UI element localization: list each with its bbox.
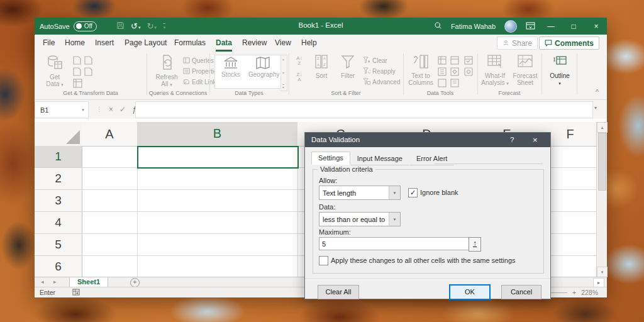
data-types-scrollbar[interactable]: ▴ ▾ ▾ [280,55,287,91]
dialog-tab-input-message[interactable]: Input Message [350,152,409,165]
titlebar-right: Fatima Wahab — □ × [434,18,603,35]
get-data-icon [38,54,71,72]
maximize-button[interactable]: □ [567,22,580,31]
ribbon-separator [477,53,478,95]
formula-bar: B1 ▾ ⋮ × ✓ ƒx ▾ [35,100,607,119]
svg-text:Z: Z [317,57,319,60]
tab-home[interactable]: Home [65,38,85,47]
collapse-dialog-ref-icon[interactable]: ↑ [469,237,481,252]
geography-button[interactable]: Geography [248,56,277,78]
dialog-close-icon[interactable]: × [533,135,538,145]
outline-button[interactable]: Outline ▾ [545,55,574,87]
macro-record-icon[interactable] [72,289,80,297]
allow-dropdown-icon[interactable]: ▾ [389,186,400,199]
tab-formulas[interactable]: Formulas [174,38,206,47]
collapse-ribbon-icon[interactable]: ^ [596,88,599,96]
stocks-button[interactable]: Stocks [216,56,245,78]
formula-input[interactable] [135,101,593,118]
user-avatar[interactable] [504,20,517,33]
refresh-dropdown-icon: ▾ [170,82,172,87]
refresh-all-button[interactable]: Refresh All ▾ [150,54,183,88]
what-if-icon [481,54,509,70]
row-header-4[interactable]: 4 [35,212,82,234]
tab-view[interactable]: View [275,38,291,47]
group-label-data-tools: Data Tools [403,90,477,96]
clear-all-button[interactable]: Clear All [318,285,359,299]
user-name[interactable]: Fatima Wahab [451,23,496,30]
tab-data[interactable]: Data [216,38,232,52]
next-sheet-icon[interactable]: ▸ [53,279,57,285]
apply-changes-checkbox[interactable] [319,256,328,265]
dialog-tab-settings[interactable]: Settings [311,152,350,165]
vertical-scroll-thumb[interactable] [598,133,606,191]
tab-insert[interactable]: Insert [95,38,114,47]
sort-filter-items: Clear Reapply Advanced [363,57,400,86]
scroll-up-icon[interactable]: ▴ [597,122,608,133]
tab-review[interactable]: Review [242,38,267,47]
outline-dropdown-icon: ▾ [558,81,561,86]
close-button[interactable]: × [589,22,603,31]
expand-formula-bar-icon[interactable]: ▾ [594,105,597,111]
tab-help[interactable]: Help [301,38,317,47]
cancel-button[interactable]: Cancel [501,285,541,299]
what-if-analysis-button[interactable]: What-If Analysis ▾ [481,54,509,87]
svg-text:Z: Z [323,63,326,67]
kebab-separator: ⋮ [96,106,103,113]
sort-descending-button[interactable]: Z↓A [294,72,305,82]
row-header-2[interactable]: 2 [35,168,82,190]
text-to-columns-button[interactable]: Text to Columns [406,54,435,86]
row-header-6[interactable]: 6 [35,256,82,277]
name-box[interactable]: B1 ▾ [35,101,89,118]
ignore-blank-label: Ignore blank [420,189,458,196]
new-sheet-button[interactable]: + [130,278,140,287]
column-header-a[interactable]: A [82,122,138,147]
dialog-help-icon[interactable]: ? [510,136,514,143]
maximum-input[interactable] [319,237,470,250]
ribbon-separator [209,53,210,95]
zoom-level[interactable]: 228% [581,289,598,296]
ribbon-separator [403,53,404,95]
name-box-dropdown-icon[interactable]: ▾ [78,108,88,113]
dialog-title-bar[interactable]: Data Validation ? × [305,133,550,147]
sort-button[interactable]: ZAAZ Sort [309,54,334,79]
advanced-filter-item[interactable]: Advanced [363,78,400,86]
zoom-in-icon[interactable]: + [572,289,576,296]
column-header-b[interactable]: B [137,122,298,147]
dialog-separator [305,279,550,280]
reapply-filter-item[interactable]: Reapply [363,67,400,75]
enter-formula-icon[interactable]: ✓ [119,105,126,114]
data-validation-dialog: Data Validation ? × Settings Input Messa… [304,132,551,299]
allow-dropdown[interactable]: Text length ▾ [319,186,401,200]
gallery-up-icon[interactable]: ▴ [282,57,284,61]
row-header-3[interactable]: 3 [35,190,82,212]
selected-cell-b1[interactable] [137,146,299,169]
prev-sheet-icon[interactable]: ◂ [41,279,44,285]
ignore-blank-checkbox[interactable]: ✓ [408,188,418,197]
ribbon-separator [289,53,289,95]
row-header-1[interactable]: 1 [35,146,82,168]
forecast-sheet-button[interactable]: Forecast Sheet [511,54,539,86]
get-data-button[interactable]: Get Data ▾ [38,54,71,88]
minimize-button[interactable]: — [544,22,558,31]
column-header-f[interactable]: F [544,122,597,147]
ok-button[interactable]: OK [450,285,490,299]
comments-button[interactable]: Comments [539,36,599,50]
select-all-corner[interactable] [35,122,82,147]
reapply-filter-icon [363,67,370,75]
clear-filter-item[interactable]: Clear [363,57,400,65]
gallery-more-icon[interactable]: ▾ [282,84,284,89]
filter-button[interactable]: Filter [335,54,360,79]
ribbon-display-options-icon[interactable] [526,22,535,31]
vertical-scrollbar[interactable]: ▴ ▾ [596,122,607,277]
cancel-formula-icon[interactable]: × [109,105,113,114]
share-button[interactable]: Share [497,36,538,50]
sort-ascending-button[interactable]: A↓Z [294,56,305,66]
search-icon[interactable] [434,21,442,31]
data-dropdown[interactable]: less than or equal to ▾ [319,212,401,226]
tab-page-layout[interactable]: Page Layout [125,38,167,47]
tab-file[interactable]: File [43,38,55,47]
gallery-down-icon[interactable]: ▾ [282,70,284,75]
scroll-down-icon[interactable]: ▾ [597,267,608,277]
data-dropdown-icon[interactable]: ▾ [389,213,400,226]
row-header-5[interactable]: 5 [35,234,82,256]
